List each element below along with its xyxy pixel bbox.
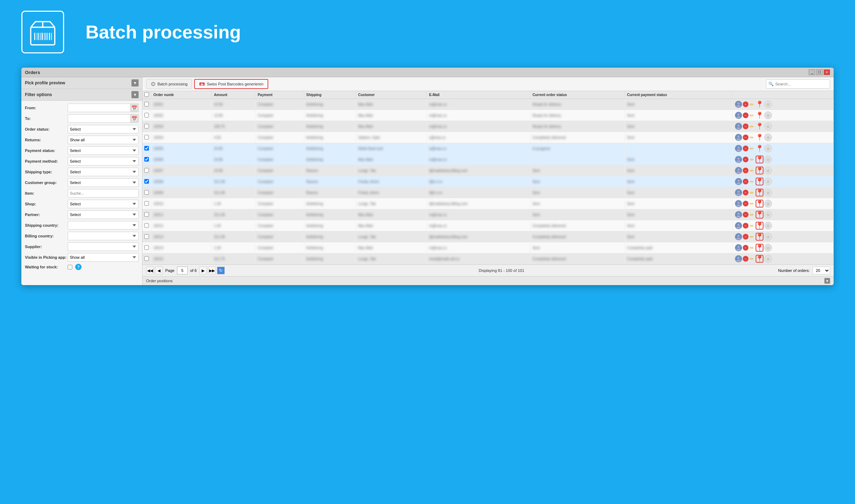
pin-button[interactable]: 📍	[756, 211, 763, 219]
row-checkbox[interactable]	[144, 124, 149, 128]
avatar-icon[interactable]	[735, 244, 742, 251]
remove-button[interactable]: −	[743, 157, 748, 162]
to-date-input[interactable]	[68, 114, 139, 123]
edit-button[interactable]: ✏	[749, 157, 755, 162]
action-circle[interactable]: ⊙	[764, 200, 772, 208]
num-orders-select[interactable]: 20 50 100	[813, 267, 830, 274]
bottom-bar-icon[interactable]: ▼	[824, 278, 830, 284]
pick-profile-toggle[interactable]: ▼	[131, 79, 139, 86]
action-circle[interactable]: ⊙	[764, 255, 772, 263]
shipping-type-select[interactable]: Select	[68, 168, 139, 176]
avatar-icon[interactable]	[735, 233, 742, 240]
row-checkbox[interactable]	[144, 223, 149, 228]
row-checkbox[interactable]	[144, 234, 149, 239]
action-circle[interactable]: ⊙	[764, 211, 772, 219]
shop-select[interactable]: Select	[68, 200, 139, 208]
edit-button[interactable]: ✏	[749, 168, 755, 173]
remove-button[interactable]: −	[743, 101, 748, 107]
pin-button[interactable]: 📍	[756, 156, 763, 163]
remove-button[interactable]: −	[743, 223, 748, 229]
avatar-icon[interactable]	[735, 156, 742, 163]
avatar-icon[interactable]	[735, 211, 742, 218]
remove-button[interactable]: −	[743, 112, 748, 118]
action-circle[interactable]: ⊙	[764, 133, 772, 141]
remove-button[interactable]: −	[743, 201, 748, 206]
customer-group-select[interactable]: Select	[68, 178, 139, 187]
batch-processing-button[interactable]: Batch processing	[146, 79, 192, 89]
remove-button[interactable]: −	[743, 212, 748, 217]
pin-button[interactable]: 📍	[756, 244, 763, 252]
pin-button[interactable]: 📍	[756, 111, 763, 119]
row-checkbox[interactable]	[144, 135, 149, 140]
action-circle[interactable]: ⊙	[764, 100, 772, 108]
avatar-icon[interactable]	[735, 189, 742, 196]
edit-button[interactable]: ✏	[749, 124, 755, 129]
action-circle[interactable]: ⊙	[764, 145, 772, 152]
shipping-country-select[interactable]	[68, 221, 139, 230]
remove-button[interactable]: −	[743, 190, 748, 195]
action-circle[interactable]: ⊙	[764, 222, 772, 230]
page-input[interactable]	[177, 267, 188, 274]
pin-button[interactable]: 📍	[756, 222, 763, 230]
minimize-button[interactable]: ⎯	[809, 69, 815, 75]
pin-button[interactable]: 📍	[756, 100, 763, 108]
remove-button[interactable]: −	[743, 234, 748, 240]
maximize-button[interactable]: ☐	[816, 69, 823, 75]
action-circle[interactable]: ⊙	[764, 189, 772, 196]
avatar-icon[interactable]	[735, 200, 742, 207]
returns-select[interactable]: Show all	[68, 136, 139, 144]
avatar-icon[interactable]	[735, 134, 742, 141]
remove-button[interactable]: −	[743, 124, 748, 129]
edit-button[interactable]: ✏	[749, 179, 755, 184]
partner-select[interactable]: Select	[68, 210, 139, 219]
swiss-post-button[interactable]: Swiss Post Barcodes generieren	[194, 79, 268, 89]
action-circle[interactable]: ⊙	[764, 156, 772, 163]
row-checkbox[interactable]	[144, 168, 149, 173]
pagination-last[interactable]: ▶▶	[208, 267, 216, 274]
edit-button[interactable]: ✏	[749, 223, 755, 229]
waiting-stock-checkbox[interactable]	[68, 265, 72, 269]
item-search-input[interactable]	[68, 189, 139, 198]
action-circle[interactable]: ⊙	[764, 111, 772, 119]
avatar-icon[interactable]	[735, 123, 742, 130]
row-checkbox[interactable]	[144, 212, 149, 217]
pin-button[interactable]: 📍	[756, 178, 763, 185]
pin-button[interactable]: 📍	[756, 189, 763, 196]
pin-button[interactable]: 📍	[756, 167, 763, 174]
action-circle[interactable]: ⊙	[764, 122, 772, 130]
row-checkbox[interactable]	[144, 157, 149, 162]
avatar-icon[interactable]	[735, 112, 742, 119]
pagination-first[interactable]: ◀◀	[146, 267, 154, 274]
pagination-next[interactable]: ▶	[199, 267, 207, 274]
row-checkbox[interactable]	[144, 201, 149, 206]
edit-button[interactable]: ✏	[749, 135, 755, 140]
avatar-icon[interactable]	[735, 178, 742, 185]
edit-button[interactable]: ✏	[749, 234, 755, 240]
avatar-icon[interactable]	[735, 222, 742, 229]
pin-button[interactable]: 📍	[756, 145, 763, 152]
billing-country-select[interactable]	[68, 232, 139, 240]
remove-button[interactable]: −	[743, 256, 748, 262]
avatar-icon[interactable]	[735, 145, 742, 152]
edit-button[interactable]: ✏	[749, 112, 755, 118]
pin-button[interactable]: 📍	[756, 200, 763, 208]
select-all-checkbox[interactable]	[144, 92, 149, 97]
row-checkbox[interactable]	[144, 179, 149, 184]
picking-app-select[interactable]: Show all	[68, 253, 139, 262]
action-circle[interactable]: ⊙	[764, 178, 772, 185]
action-circle[interactable]: ⊙	[764, 244, 772, 252]
edit-button[interactable]: ✏	[749, 212, 755, 217]
remove-button[interactable]: −	[743, 135, 748, 140]
row-checkbox[interactable]	[144, 190, 149, 195]
payment-method-select[interactable]: Select	[68, 157, 139, 166]
action-circle[interactable]: ⊙	[764, 233, 772, 241]
action-circle[interactable]: ⊙	[764, 167, 772, 174]
order-status-select[interactable]: Select	[68, 125, 139, 133]
pagination-prev[interactable]: ◀	[155, 267, 163, 274]
pin-button[interactable]: 📍	[756, 133, 763, 141]
pin-button[interactable]: 📍	[756, 122, 763, 130]
avatar-icon[interactable]	[735, 167, 742, 174]
row-checkbox[interactable]	[144, 113, 149, 117]
edit-button[interactable]: ✏	[749, 101, 755, 107]
avatar-icon[interactable]	[735, 101, 742, 108]
